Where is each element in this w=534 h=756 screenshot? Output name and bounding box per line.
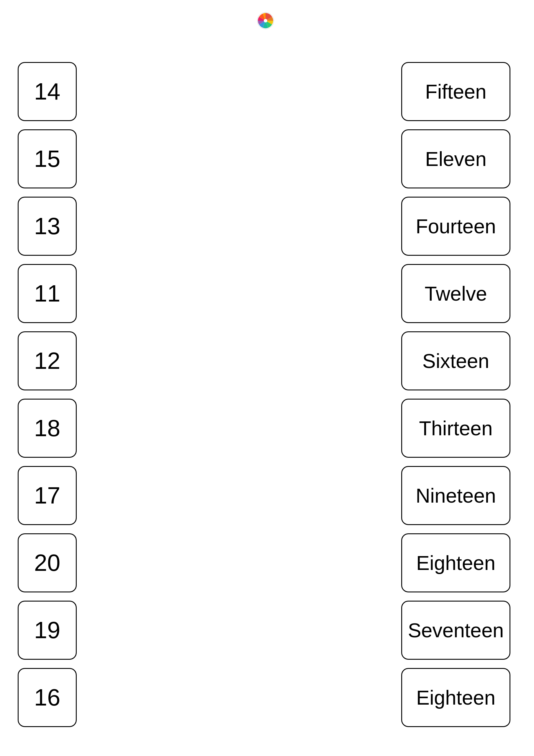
number-box-15: 15 bbox=[18, 129, 77, 188]
number-box-12: 12 bbox=[18, 331, 77, 391]
word-box-w11: Eleven bbox=[401, 129, 510, 188]
left-column: 14151311121817201916 bbox=[18, 62, 83, 727]
number-box-14: 14 bbox=[18, 62, 77, 121]
word-box-w17: Seventeen bbox=[401, 601, 510, 660]
number-box-18: 18 bbox=[18, 399, 77, 458]
word-box-w19: Nineteen bbox=[401, 466, 510, 525]
number-box-17: 17 bbox=[18, 466, 77, 525]
word-box-w14: Fourteen bbox=[401, 197, 510, 256]
number-box-20: 20 bbox=[18, 533, 77, 592]
number-box-11: 11 bbox=[18, 264, 77, 323]
word-box-w12: Twelve bbox=[401, 264, 510, 323]
page-header bbox=[18, 12, 516, 41]
svg-line-3 bbox=[83, 92, 401, 159]
logo-area bbox=[257, 12, 277, 30]
word-box-w16: Sixteen bbox=[401, 331, 510, 391]
number-box-13: 13 bbox=[18, 197, 77, 256]
word-box-w13: Thirteen bbox=[401, 399, 510, 458]
match-lines bbox=[83, 62, 401, 727]
word-box-w18b: Eighteen bbox=[401, 668, 510, 727]
worksheet-body: 14151311121817201916 FifteenElevenFourte… bbox=[18, 62, 516, 727]
number-box-19: 19 bbox=[18, 601, 77, 660]
svg-point-1 bbox=[264, 19, 267, 22]
word-box-w15: Fifteen bbox=[401, 62, 510, 121]
right-column: FifteenElevenFourteenTwelveSixteenThirte… bbox=[401, 62, 516, 727]
word-box-w18: Eighteen bbox=[401, 533, 510, 592]
logo-icon bbox=[257, 12, 274, 30]
number-box-16: 16 bbox=[18, 668, 77, 727]
